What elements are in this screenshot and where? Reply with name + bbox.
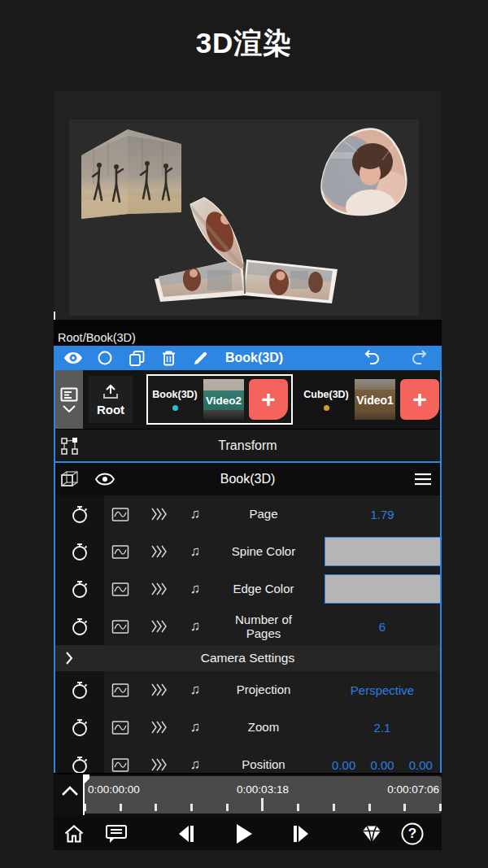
- previous-frame-icon: [176, 823, 197, 844]
- clip-thumbnail-video2[interactable]: Video2: [203, 379, 244, 420]
- property-value[interactable]: 6: [325, 620, 440, 634]
- position-x[interactable]: 0.00: [332, 758, 355, 772]
- root-button[interactable]: Root: [89, 376, 133, 423]
- delete-icon[interactable]: [159, 349, 178, 367]
- property-value[interactable]: 1.79: [325, 508, 440, 521]
- panel-header: Book(3D): [55, 463, 440, 495]
- property-row-zoom: ♫ Zoom 2.1: [55, 709, 440, 746]
- graph-editor-icon[interactable]: [111, 544, 129, 560]
- select-circle-icon[interactable]: [95, 349, 115, 367]
- property-value[interactable]: 2.1: [325, 721, 440, 735]
- timeline-ruler[interactable]: 0:00:00:00 0:00:03:18 0:00:07:06: [84, 776, 442, 813]
- collapse-chevron-up-icon[interactable]: [61, 786, 79, 796]
- audio-react-icon[interactable]: ♫: [188, 618, 203, 635]
- play-button[interactable]: [234, 822, 254, 845]
- screen: 3D渲染: [0, 0, 488, 868]
- ease-icon[interactable]: [150, 544, 167, 559]
- selected-layer-title: Book(3D): [225, 351, 283, 365]
- root-label: Root: [97, 403, 124, 417]
- add-layer-button[interactable]: +: [400, 379, 439, 420]
- duplicate-icon[interactable]: [127, 349, 146, 367]
- sphere-object: [318, 129, 409, 224]
- layer-group-cube[interactable]: Cube(3D) Video1 +: [303, 379, 439, 420]
- premium-button[interactable]: [360, 823, 383, 844]
- keyframe-dot: [172, 405, 178, 411]
- property-label: Position: [203, 757, 325, 771]
- timecode-middle: 0:00:03:18: [237, 783, 289, 796]
- audio-react-icon[interactable]: ♫: [188, 543, 203, 560]
- stopwatch-button[interactable]: [55, 570, 104, 608]
- chat-icon: [105, 824, 128, 844]
- breadcrumb: Root/Book(3D): [58, 331, 136, 344]
- upload-root-icon: [100, 383, 121, 401]
- previous-frame-button[interactable]: [176, 823, 197, 844]
- undo-icon[interactable]: [361, 349, 381, 367]
- ease-icon[interactable]: [150, 619, 167, 634]
- graph-editor-icon[interactable]: [111, 683, 129, 698]
- timeline: 0:00:00:00 0:00:03:18 0:00:07:06: [54, 774, 442, 815]
- properties-panel: Book(3D) ♫ Page: [55, 461, 440, 773]
- ease-icon[interactable]: [150, 720, 167, 735]
- audio-react-icon[interactable]: ♫: [188, 682, 203, 698]
- graph-editor-icon[interactable]: [111, 507, 129, 522]
- layer-strip: Root Book(3D) Video2 + Cube(3D): [55, 370, 440, 429]
- graph-editor-icon[interactable]: [111, 582, 129, 597]
- property-value[interactable]: Perspective: [325, 683, 440, 697]
- property-label: Page: [203, 507, 325, 521]
- transform-section[interactable]: Transform: [55, 429, 440, 461]
- audio-react-icon[interactable]: ♫: [188, 757, 203, 773]
- graph-editor-icon[interactable]: [111, 619, 129, 635]
- gem-icon: [360, 823, 383, 844]
- layer-group-book[interactable]: Book(3D) Video2 +: [146, 374, 293, 425]
- section-label: Camera Settings: [55, 651, 440, 665]
- stopwatch-button[interactable]: [55, 671, 104, 709]
- panel-title: Book(3D): [55, 472, 440, 486]
- list-icon: [60, 387, 78, 402]
- ease-icon[interactable]: [150, 582, 167, 596]
- ease-icon[interactable]: [150, 757, 167, 772]
- audio-react-icon[interactable]: ♫: [188, 719, 203, 735]
- position-values: 0.00 0.00 0.00: [325, 758, 440, 772]
- redo-icon[interactable]: [411, 349, 430, 367]
- comments-button[interactable]: [105, 824, 128, 844]
- property-label: Zoom: [203, 720, 325, 734]
- layer-cube-label[interactable]: Cube(3D): [303, 389, 350, 411]
- cube-object: [81, 129, 181, 219]
- transform-label: Transform: [55, 438, 440, 453]
- property-row-projection: ♫ Projection Perspective: [55, 671, 440, 709]
- visibility-icon[interactable]: [63, 349, 83, 367]
- graph-editor-icon[interactable]: [111, 720, 129, 735]
- rename-pencil-icon[interactable]: [190, 349, 210, 367]
- edge-tick: [54, 312, 55, 320]
- stopwatch-button[interactable]: [55, 533, 104, 570]
- ease-icon[interactable]: [150, 683, 167, 697]
- layer-toolbar: Book(3D): [54, 346, 442, 370]
- clip-thumbnail-video1[interactable]: Video1: [355, 379, 395, 420]
- audio-react-icon[interactable]: ♫: [188, 581, 203, 597]
- color-swatch[interactable]: [325, 537, 440, 566]
- camera-settings-section[interactable]: Camera Settings: [55, 645, 440, 671]
- keyframe-dot: [324, 405, 329, 411]
- property-row-page: ♫ Page 1.79: [55, 495, 440, 533]
- render-canvas[interactable]: [69, 120, 419, 316]
- play-icon: [234, 822, 254, 845]
- stopwatch-button[interactable]: [55, 709, 104, 746]
- stopwatch-button[interactable]: [55, 608, 104, 645]
- position-y[interactable]: 0.00: [370, 758, 394, 772]
- add-layer-button[interactable]: +: [249, 379, 288, 420]
- ease-icon[interactable]: [150, 507, 167, 521]
- property-label: Edge Color: [203, 582, 325, 595]
- position-z[interactable]: 0.00: [409, 758, 433, 772]
- scene-3d: [69, 120, 419, 316]
- help-button[interactable]: ?: [402, 822, 424, 844]
- layer-list-toggle[interactable]: [55, 370, 83, 429]
- graph-editor-icon[interactable]: [111, 757, 129, 773]
- next-frame-button[interactable]: [290, 823, 312, 844]
- stopwatch-button[interactable]: [55, 746, 104, 773]
- color-swatch[interactable]: [325, 574, 440, 604]
- home-button[interactable]: [63, 823, 85, 844]
- timecode-start: 0:00:00:00: [88, 783, 140, 796]
- stopwatch-button[interactable]: [55, 495, 104, 533]
- layer-book-label[interactable]: Book(3D): [151, 389, 198, 411]
- audio-react-icon[interactable]: ♫: [188, 506, 203, 522]
